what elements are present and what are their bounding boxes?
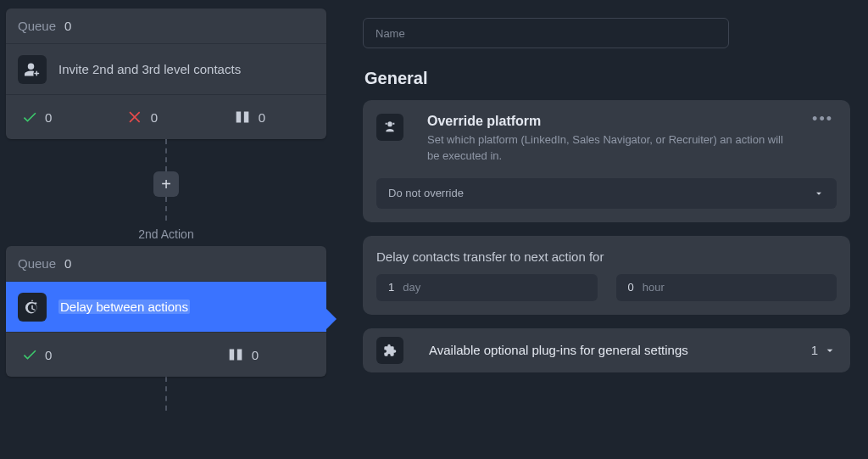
- delay-days-unit: day: [403, 281, 420, 294]
- stat-success[interactable]: 0: [21, 346, 169, 363]
- stopwatch-icon: [18, 293, 47, 322]
- check-icon: [21, 109, 38, 126]
- stat-success-value: 0: [45, 110, 52, 125]
- delay-hours-value: 0: [628, 281, 634, 294]
- chevron-down-icon: [813, 188, 825, 199]
- plugins-count: 1: [811, 343, 818, 357]
- action-title-label: Delay between actions: [58, 299, 190, 314]
- delay-title: Delay contacts transfer to next action f…: [376, 249, 837, 264]
- action-index-label: 2nd Action: [138, 221, 193, 246]
- action-card-2: Queue 0 Delay between actions 0 0: [6, 246, 326, 377]
- platform-icon: [376, 114, 403, 141]
- connector-line: [165, 197, 167, 221]
- connector: [6, 377, 326, 411]
- action-stats: 0 0: [6, 333, 326, 377]
- connector: + 2nd Action: [6, 139, 326, 246]
- connector-line: [165, 377, 167, 411]
- queue-header[interactable]: Queue 0: [6, 246, 326, 282]
- queue-label: Queue: [18, 256, 56, 271]
- stat-fail-value: 0: [151, 110, 158, 125]
- puzzle-icon: [376, 337, 403, 364]
- delay-days-value: 1: [388, 281, 394, 294]
- delay-panel: Delay contacts transfer to next action f…: [363, 236, 850, 315]
- plus-icon: +: [161, 176, 171, 193]
- invite-contacts-icon: [18, 55, 47, 84]
- more-menu-button[interactable]: •••: [809, 110, 837, 128]
- action-title-row[interactable]: Invite 2nd and 3rd level contacts: [6, 44, 326, 95]
- delay-days-input[interactable]: 1 day: [376, 274, 598, 301]
- stat-fail[interactable]: 0: [127, 109, 158, 126]
- delay-hours-unit: hour: [643, 281, 665, 294]
- plugins-title: Available optional plug-ins for general …: [429, 343, 688, 357]
- svg-marker-0: [325, 307, 337, 331]
- action-title-label: Invite 2nd and 3rd level contacts: [58, 62, 241, 76]
- chevron-down-icon: [823, 344, 837, 357]
- plugins-panel[interactable]: Available optional plug-ins for general …: [363, 328, 850, 372]
- stat-success[interactable]: 0: [21, 109, 52, 126]
- queue-header[interactable]: Queue 0: [6, 8, 326, 44]
- stat-other-value: 0: [259, 110, 265, 125]
- action-title-row-selected[interactable]: Delay between actions: [6, 282, 326, 333]
- override-title: Override platform: [427, 114, 797, 129]
- connector-line: [165, 139, 167, 171]
- queue-label: Queue: [18, 19, 56, 33]
- section-heading-general: General: [364, 69, 850, 88]
- id-card-icon: [226, 345, 245, 364]
- stat-other[interactable]: 0: [233, 108, 265, 126]
- delay-hours-input[interactable]: 0 hour: [616, 274, 837, 301]
- stat-other[interactable]: 0: [169, 345, 316, 364]
- ellipsis-icon: •••: [812, 110, 833, 127]
- selected-arrow-icon: [325, 307, 337, 331]
- override-desc: Set which platform (LinkedIn, Sales Navi…: [427, 132, 797, 165]
- cross-icon: [127, 109, 144, 126]
- check-icon: [21, 346, 38, 363]
- action-name-input[interactable]: [363, 18, 729, 48]
- action-stats: 0 0 0: [6, 95, 326, 139]
- stat-success-value: 0: [45, 348, 52, 362]
- id-card-icon: [233, 108, 252, 126]
- add-action-button[interactable]: +: [153, 171, 179, 197]
- settings-column: General Override platform Set which plat…: [363, 18, 850, 386]
- queue-count: 0: [64, 256, 71, 271]
- override-select[interactable]: Do not override: [376, 178, 837, 209]
- action-card-1: Queue 0 Invite 2nd and 3rd level contact…: [6, 8, 326, 139]
- stat-other-value: 0: [252, 348, 259, 362]
- override-platform-panel: Override platform Set which platform (Li…: [363, 100, 850, 222]
- queue-count: 0: [64, 19, 71, 33]
- override-select-value: Do not override: [388, 187, 464, 199]
- workflow-column: Queue 0 Invite 2nd and 3rd level contact…: [6, 8, 326, 411]
